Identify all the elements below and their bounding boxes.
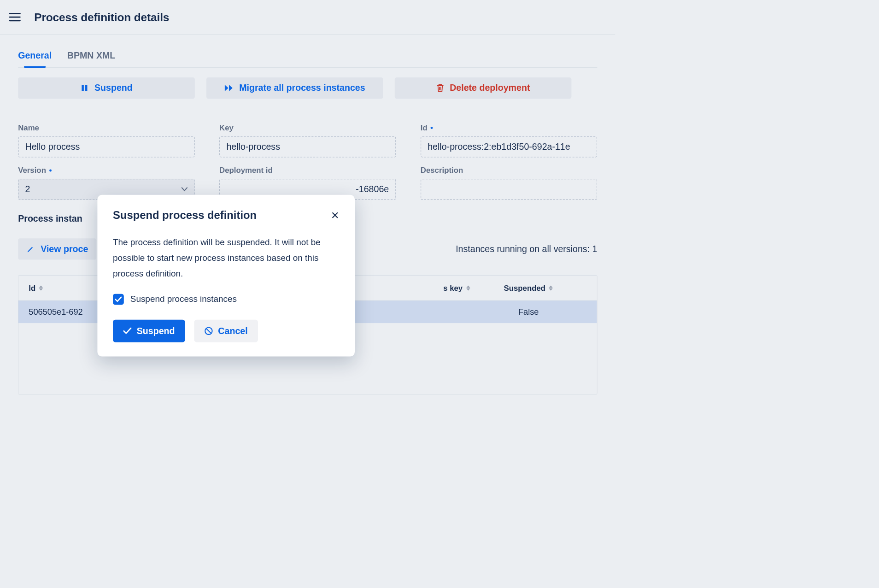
delete-deployment-button[interactable]: Delete deployment (395, 77, 572, 99)
sort-icon (549, 285, 553, 290)
menu-icon[interactable] (9, 11, 22, 24)
deployment-field-label: Deployment id (219, 166, 396, 175)
chevron-down-icon (181, 187, 188, 192)
svg-line-3 (206, 329, 211, 333)
modal-actions: Suspend Cancel (113, 320, 339, 342)
pause-icon (80, 84, 88, 92)
delete-deployment-label: Delete deployment (450, 83, 530, 93)
description-field-label: Description (421, 166, 598, 175)
actions-row: Suspend Migrate all process instances De… (18, 77, 597, 99)
suspend-instances-checkbox[interactable] (113, 294, 124, 305)
name-field-label: Name (18, 123, 195, 132)
link-dot-icon (49, 169, 52, 171)
suspend-button[interactable]: Suspend (18, 77, 195, 99)
modal-header: Suspend process definition ✕ (113, 209, 339, 222)
modal-suspend-button[interactable]: Suspend (113, 320, 185, 342)
tab-general[interactable]: General (18, 51, 52, 67)
name-field-value: Hello process (18, 136, 195, 157)
checkmark-icon (123, 327, 131, 334)
link-dot-icon (431, 127, 433, 129)
id-field-label: Id (421, 123, 598, 132)
suspend-modal: Suspend process definition ✕ The process… (97, 195, 355, 357)
modal-suspend-label: Suspend (137, 326, 175, 336)
tab-bar: General BPMN XML (18, 51, 597, 68)
modal-body-text: The process definition will be suspended… (113, 235, 339, 282)
svg-rect-1 (85, 85, 88, 91)
migrate-button[interactable]: Migrate all process instances (206, 77, 383, 99)
migrate-button-label: Migrate all process instances (239, 83, 365, 93)
pencil-icon (26, 245, 35, 253)
page-title: Process definition details (34, 11, 169, 24)
checkmark-icon (115, 296, 122, 302)
suspend-instances-checkbox-label: Suspend process instances (130, 294, 237, 305)
modal-title: Suspend process definition (113, 209, 257, 222)
key-field-value: hello-process (219, 136, 396, 157)
close-icon[interactable]: ✕ (331, 210, 340, 220)
sort-icon (39, 285, 43, 290)
svg-rect-0 (82, 85, 84, 91)
tab-bpmn-xml[interactable]: BPMN XML (67, 51, 116, 67)
col-business-key[interactable]: s key (354, 283, 470, 293)
version-field-label: Version (18, 166, 195, 175)
view-process-instances-button[interactable]: View proce (18, 238, 96, 259)
view-process-instances-label: View proce (41, 244, 88, 254)
key-field-label: Key (219, 123, 396, 132)
fast-forward-icon (224, 84, 234, 92)
cell-suspended: False (470, 307, 586, 317)
modal-checkbox-row[interactable]: Suspend process instances (113, 294, 339, 305)
description-field-value (421, 179, 598, 200)
sort-icon (466, 285, 470, 290)
suspend-button-label: Suspend (94, 83, 133, 93)
modal-cancel-button[interactable]: Cancel (194, 320, 258, 342)
modal-cancel-label: Cancel (218, 326, 247, 336)
fields-grid: Name Hello process Key hello-process Id … (18, 123, 597, 200)
app-header: Process definition details (0, 0, 615, 35)
col-suspended[interactable]: Suspended (470, 283, 586, 293)
id-field-value: hello-process:2:eb1d3f50-692a-11e (421, 136, 598, 157)
trash-icon (436, 83, 444, 93)
cancel-icon (205, 327, 213, 335)
instances-running-text: Instances running on all versions: 1 (456, 244, 597, 254)
